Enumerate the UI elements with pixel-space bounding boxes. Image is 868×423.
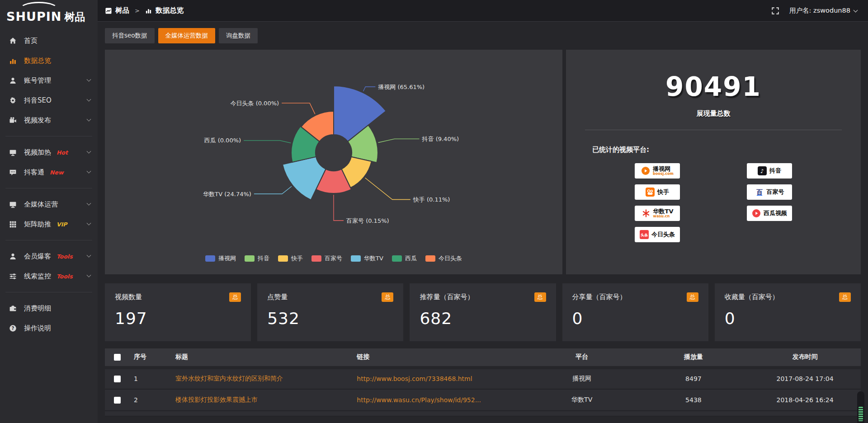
cell-platform: 播视网 (526, 367, 638, 389)
fullscreen-icon[interactable] (771, 7, 779, 15)
platform-name: 百家号 (767, 189, 784, 195)
sidebar-item-tag: VIP (57, 221, 67, 228)
stat-card-视频数量: 视频数量总197 (105, 283, 251, 341)
platform-badge-今日头条[interactable]: 头条今日头条 (635, 227, 680, 242)
stat-cards: 视频数量总197点赞量总532推荐量（百家号）总682分享量（百家号）总0收藏量… (105, 283, 861, 341)
platform-badge-快手[interactable]: 快手 (635, 184, 680, 200)
legend-swatch (392, 255, 402, 262)
sidebar-item-全媒体运营[interactable]: 全媒体运营 (0, 194, 98, 214)
legend-item-西瓜[interactable]: 西瓜 (392, 254, 417, 263)
sidebar-item-矩阵助推[interactable]: 矩阵助推VIP (0, 214, 98, 234)
logo-text-cn: 树品 (64, 11, 85, 23)
platform-name: 今日头条 (651, 231, 675, 238)
sidebar-item-消费明细[interactable]: 消费明细 (0, 298, 98, 318)
legend-item-快手[interactable]: 快手 (278, 254, 303, 263)
home-icon (9, 37, 18, 45)
legend-item-播视网[interactable]: 播视网 (205, 254, 236, 263)
stat-card-header: 点赞量总 (267, 292, 393, 302)
stat-card-label: 分享量（百家号） (572, 293, 627, 301)
question-icon: ? (9, 324, 18, 332)
sidebar-item-抖音SEO[interactable]: 抖音SEO (0, 90, 98, 110)
legend-label: 抖音 (258, 254, 269, 263)
legend-item-百家号[interactable]: 百家号 (311, 254, 342, 263)
legend-swatch (205, 255, 215, 262)
tab-询盘数据[interactable]: 询盘数据 (219, 28, 258, 43)
sidebar-item-视频发布[interactable]: 视频发布 (0, 110, 98, 130)
row-checkbox[interactable] (114, 376, 121, 382)
tab-抖音seo数据[interactable]: 抖音seo数据 (105, 28, 155, 43)
breadcrumb-current[interactable]: 数据总览 (156, 6, 184, 15)
legend-item-抖音[interactable]: 抖音 (245, 254, 269, 263)
breadcrumb-home[interactable]: 树品 (115, 6, 129, 15)
scrollbar[interactable] (857, 391, 864, 423)
platform-badge-华数TV[interactable]: 华数TVwasu.cn (635, 206, 680, 221)
trend-icon (105, 7, 112, 14)
person-icon (9, 253, 18, 260)
sidebar-item-label: 首页 (24, 37, 38, 45)
pie-label: 华数TV (24.74%) (203, 191, 251, 197)
table-row-partial (105, 411, 861, 416)
chevron-down-icon (87, 273, 91, 277)
legend-item-华数TV[interactable]: 华数TV (351, 254, 383, 263)
cell-index: 2 (129, 389, 171, 411)
total-badge[interactable]: 总 (229, 292, 241, 302)
sidebar-item-线索监控[interactable]: 线索监控Tools (0, 266, 98, 286)
platform-badge-抖音[interactable]: ♪抖音 (747, 163, 792, 179)
sidebar-item-操作说明[interactable]: ?操作说明 (0, 318, 98, 338)
chat-icon (9, 169, 18, 176)
pie-label: 百家号 (0.15%) (346, 217, 389, 224)
select-all-checkbox[interactable] (114, 354, 121, 361)
topbar: 树品 > 数据总览 用户名: zswodun88 (98, 0, 868, 22)
platform-badges: 播视网boosj.com快手华数TVwasu.cn头条今日头条♪抖音百百家号西瓜… (566, 163, 861, 242)
sidebar-item-数据总览[interactable]: 数据总览 (0, 51, 98, 70)
monitor-icon (9, 149, 18, 156)
username-label: 用户名: zswodun88 (789, 6, 850, 15)
video-url-link[interactable]: http://www.boosj.com/7338468.html (357, 375, 472, 382)
scrollbar-thumb[interactable] (859, 407, 863, 421)
tab-全媒体运营数据[interactable]: 全媒体运营数据 (158, 28, 216, 43)
sidebar-item-label: 会员爆客 (24, 252, 51, 261)
cell-plays: 5438 (638, 389, 750, 411)
sidebar-item-视频加热[interactable]: 视频加热Hot (0, 142, 98, 162)
stat-card-value: 682 (420, 309, 546, 328)
sidebar-item-账号管理[interactable]: 账号管理 (0, 70, 98, 90)
platform-name: 播视网 (653, 166, 670, 172)
pie-slice-华数TV[interactable] (283, 157, 326, 200)
kuaishou-icon (646, 188, 655, 197)
sidebar-item-首页[interactable]: 首页 (0, 31, 98, 51)
sidebar-item-抖客通[interactable]: 抖客通New (0, 162, 98, 182)
stat-card-推荐量（百家号）: 推荐量（百家号）总682 (410, 283, 556, 341)
row-checkbox[interactable] (114, 397, 121, 404)
legend-item-今日头条[interactable]: 今日头条 (425, 254, 462, 263)
video-title-link[interactable]: 室外水纹灯和室内水纹灯的区别和简介 (175, 375, 283, 382)
stat-card-点赞量: 点赞量总532 (257, 283, 403, 341)
topbar-right: 用户名: zswodun88 (771, 6, 857, 15)
video-title-link[interactable]: 楼体投影灯投影效果震撼上市 (175, 396, 258, 403)
total-badge[interactable]: 总 (534, 292, 546, 302)
app-logo[interactable]: SHUPIN 树品 (0, 0, 98, 26)
platform-badge-百家号[interactable]: 百百家号 (747, 184, 792, 200)
table-body: 1室外水纹灯和室内水纹灯的区别和简介http://www.boosj.com/7… (105, 367, 861, 416)
total-badge[interactable]: 总 (382, 292, 393, 302)
legend-swatch (278, 255, 288, 262)
video-url-link[interactable]: http://www.wasu.cn/Play/show/id/952... (357, 396, 481, 404)
column-header-链接: 链接 (352, 348, 526, 367)
table-row: 2楼体投影灯投影效果震撼上市http://www.wasu.cn/Play/sh… (105, 389, 861, 411)
sidebar-item-会员爆客[interactable]: 会员爆客Tools (0, 246, 98, 266)
wasu-icon (642, 209, 651, 218)
total-badge[interactable]: 总 (839, 292, 851, 302)
pie-label-line (244, 141, 291, 143)
stat-card-label: 点赞量 (267, 293, 288, 301)
total-badge[interactable]: 总 (687, 292, 698, 302)
platform-badge-西瓜视频[interactable]: 西瓜视频 (747, 206, 792, 221)
user-menu[interactable]: 用户名: zswodun88 (789, 6, 857, 15)
platform-badge-播视网[interactable]: 播视网boosj.com (635, 163, 680, 179)
legend-swatch (311, 255, 321, 262)
legend-label: 百家号 (325, 254, 342, 263)
stat-card-header: 视频数量总 (115, 292, 241, 302)
breadcrumb-separator: > (135, 7, 140, 14)
sidebar-item-label: 线索监控 (24, 272, 51, 281)
column-header-标题: 标题 (171, 348, 352, 367)
sidebar-item-label: 视频发布 (24, 116, 51, 125)
divider (5, 136, 92, 136)
